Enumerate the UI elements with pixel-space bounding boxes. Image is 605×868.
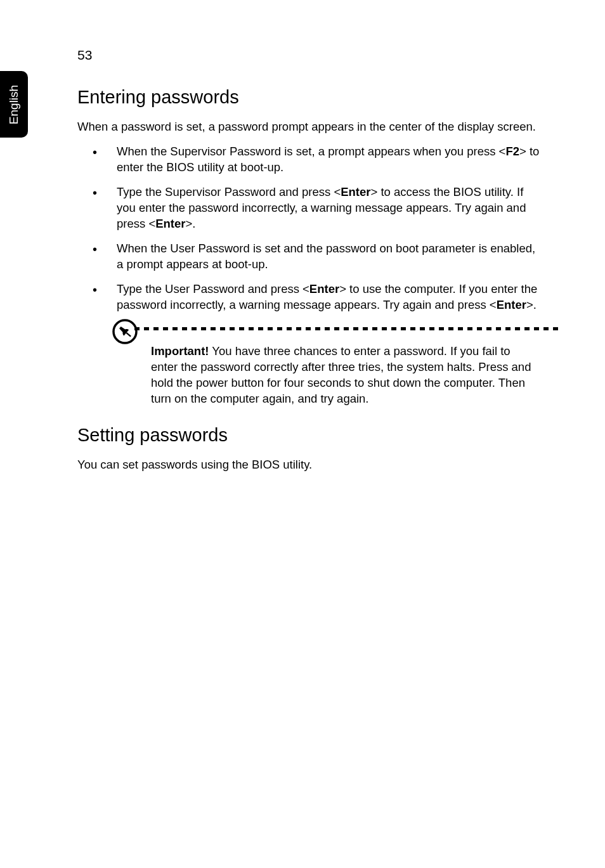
bullet-text: When the Supervisor Password is set, a p… [117, 145, 505, 158]
intro-paragraph: When a password is set, a password promp… [77, 119, 540, 135]
note-text: Important! You have three chances to ent… [112, 322, 540, 407]
list-item: Type the Supervisor Password and press <… [77, 185, 540, 232]
key-label: Enter [497, 298, 526, 311]
pin-icon [112, 318, 138, 345]
language-tab-label: English [7, 84, 21, 124]
key-label: F2 [505, 145, 519, 158]
svg-line-1 [126, 333, 131, 337]
list-item: When the User Password is set and the pa… [77, 241, 540, 273]
list-item: When the Supervisor Password is set, a p… [77, 144, 540, 176]
key-label: Enter [341, 185, 370, 198]
bullet-list: When the Supervisor Password is set, a p… [77, 144, 540, 313]
heading-setting-passwords: Setting passwords [77, 425, 540, 446]
heading-entering-passwords: Entering passwords [77, 87, 540, 108]
list-item: Type the User Password and press <Enter>… [77, 282, 540, 313]
note-dash-line [134, 327, 558, 331]
bullet-text: Type the User Password and press < [117, 282, 309, 295]
language-tab: English [0, 71, 28, 138]
key-label: Enter [155, 217, 185, 230]
setting-paragraph: You can set passwords using the BIOS uti… [77, 457, 540, 473]
note-label: Important! [151, 344, 209, 358]
page-content: 53 Entering passwords When a password is… [77, 48, 540, 482]
key-label: Enter [309, 282, 339, 295]
bullet-text: >. [526, 298, 537, 311]
page-number: 53 [77, 48, 540, 63]
note-block: Important! You have three chances to ent… [112, 322, 540, 407]
bullet-text: Type the Supervisor Password and press < [117, 185, 341, 198]
bullet-text: When the User Password is set and the pa… [117, 242, 535, 271]
bullet-text: >. [185, 217, 195, 230]
